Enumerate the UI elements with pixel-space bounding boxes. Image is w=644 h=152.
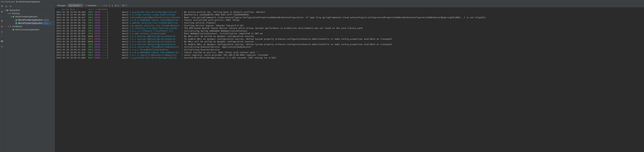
- drop-frame-icon[interactable]: [114, 5, 117, 7]
- log-line: 2021-01-29 16:05:30.847 INFO 18391 --- […: [56, 30, 643, 32]
- spring-boot-icon: [15, 19, 17, 21]
- svg-point-11: [2, 46, 2, 47]
- tree-group-configured[interactable]: ▼ Configured: [7, 25, 55, 28]
- chevron-down-icon: ▼: [4, 10, 6, 11]
- tree-label: MicroProviderApplication: [18, 22, 43, 24]
- svg-rect-4: [2, 20, 2, 22]
- log-line: 2021-01-29 16:05:30.847 INFO 18391 --- […: [56, 32, 643, 35]
- chevron-down-icon: ▼: [8, 26, 10, 27]
- log-line: 2021-01-29 16:05:30.928 WARN 18391 --- […: [56, 35, 643, 38]
- console-output[interactable]: :: Spring Boot :: (v2.1.3.RELEASE)2021-0…: [55, 8, 644, 152]
- breakpoint-icon[interactable]: [1, 25, 3, 28]
- run-dashboard-label: Run Dashboard:: [1, 1, 15, 3]
- log-line: 2021-01-29 16:05:30.417 INFO 18391 --- […: [56, 16, 643, 19]
- rerun-icon[interactable]: [1, 5, 3, 8]
- svg-line-17: [2, 47, 2, 47]
- tree-label: Running: [12, 12, 20, 15]
- chevron-right-icon: →*: [97, 5, 99, 6]
- log-line: 2021-01-29 16:05:30.944 WARN 18391 --- […: [56, 40, 643, 43]
- tab-label: Endpoints: [88, 4, 96, 7]
- svg-rect-34: [122, 5, 124, 6]
- log-line: 2021-01-29 16:05:29.844 INFO 18391 --- […: [56, 11, 643, 14]
- svg-rect-2: [1, 11, 2, 13]
- svg-rect-9: [2, 40, 2, 41]
- log-line: 2021-01-29 16:05:31.846 INFO 18391 --- […: [56, 57, 643, 59]
- log-line: 2021-01-29 16:05:30.389 INFO 18391 --- […: [56, 14, 643, 16]
- chevron-down-icon: ▼: [10, 16, 12, 18]
- log-line: 2021-01-29 16:05:30.734 INFO 18391 --- […: [56, 22, 643, 24]
- svg-rect-1: [2, 5, 3, 7]
- settings-icon[interactable]: [1, 45, 3, 48]
- tree-label: Configured: [12, 25, 22, 28]
- console-toolbar: Debugger Console ▾ Endpoints →*: [55, 4, 644, 8]
- tree-run-config[interactable]: MicroProviderApplication :9001/✎: [14, 22, 55, 25]
- tree-run-config[interactable]: MicroProviderApplication :9003/: [14, 18, 55, 22]
- tree-label: MicroProviderApplication: [18, 19, 43, 21]
- svg-point-10: [2, 41, 2, 42]
- console-icon: [70, 5, 72, 7]
- log-line: 2021-01-29 16:05:30.734 INFO 18391 --- […: [56, 24, 643, 27]
- endpoints-icon: [85, 5, 87, 7]
- svg-line-16: [1, 46, 2, 46]
- chevron-down-icon: ▼: [8, 13, 10, 15]
- tree-label: MicroProviderApplication: [15, 16, 38, 18]
- gutter-toolbar: [0, 4, 4, 152]
- log-line: 2021-01-29 16:05:30.740 INFO 18391 --- […: [56, 27, 643, 30]
- spring-boot-icon: [12, 29, 14, 31]
- svg-rect-32: [116, 5, 116, 6]
- tab-endpoints[interactable]: Endpoints →*: [83, 4, 101, 7]
- tree-app-parent[interactable]: ▼ MicroProviderApplication: [10, 15, 55, 18]
- mute-breakpoints-icon[interactable]: [1, 31, 3, 33]
- log-line: 2021-01-29 16:05:30.713 INFO 18391 --- […: [56, 19, 643, 22]
- camera-icon[interactable]: [1, 40, 3, 43]
- run-to-cursor-icon[interactable]: [118, 4, 120, 7]
- svg-line-18: [1, 47, 2, 47]
- tab-debugger[interactable]: Debugger: [56, 4, 68, 7]
- breadcrumb: Run Dashboard: MicroProviderApplication: [0, 0, 644, 4]
- tab-console[interactable]: Console ▾: [68, 4, 83, 7]
- run-dashboard-tree: ▼ Spring Boot ▼ Running: [4, 4, 55, 152]
- breadcrumb-current: MicroProviderApplication: [18, 1, 40, 3]
- spring-boot-icon: [12, 16, 14, 18]
- log-line: 2021-01-29 16:05:31.551 INFO 18391 --- […: [56, 51, 643, 54]
- svg-rect-25: [70, 5, 72, 6]
- wrench-icon: [10, 26, 11, 27]
- tree-toolbar: [4, 5, 55, 9]
- step-out-icon[interactable]: [112, 4, 114, 7]
- tab-label: Debugger: [57, 4, 66, 7]
- log-line: 2021-01-29 16:05:31.340 INFO 18391 --- […: [56, 48, 643, 51]
- tree-label: MicroConsumerApplication: [15, 29, 39, 31]
- svg-rect-3: [1, 20, 2, 22]
- collapse-all-icon[interactable]: [5, 5, 8, 8]
- console-panel: Debugger Console ▾ Endpoints →* ::: [55, 4, 644, 152]
- log-line: 2021-01-29 16:05:30.929 INFO 18391 --- […: [56, 38, 643, 41]
- pencil-icon: ✎: [50, 22, 51, 24]
- force-step-into-icon[interactable]: [109, 4, 111, 7]
- spring-boot-icon: [15, 22, 17, 24]
- pause-icon[interactable]: [1, 20, 3, 22]
- log-line: 2021-01-29 16:05:31.113 INFO 18391 --- […: [56, 46, 643, 48]
- port-link[interactable]: :9003/: [43, 19, 49, 21]
- spring-boot-icon: [16, 1, 18, 3]
- tab-label: Console: [72, 4, 80, 7]
- tree-root-spring-boot[interactable]: ▼ Spring Boot: [4, 9, 55, 12]
- tree-group-running[interactable]: ▼ Running: [7, 12, 55, 15]
- log-line: 2021-01-29 16:05:30.944 INFO 18391 --- […: [56, 43, 643, 46]
- play-icon: [10, 13, 11, 15]
- svg-line-19: [2, 46, 2, 46]
- tree-label: Spring Boot: [10, 9, 20, 11]
- trace-icon[interactable]: [125, 5, 128, 7]
- step-over-icon[interactable]: [103, 5, 106, 7]
- port-link[interactable]: :9001/: [43, 22, 49, 24]
- spring-boot-icon: [6, 9, 8, 11]
- log-line: 2021-01-29 16:05:31.842 INFO 18391 --- […: [56, 54, 643, 57]
- stop-icon[interactable]: [1, 10, 3, 13]
- tree-run-config[interactable]: MicroConsumerApplication: [12, 28, 55, 31]
- filter-icon[interactable]: [9, 5, 12, 8]
- chevron-down-icon: ▾: [80, 5, 81, 6]
- svg-point-5: [1, 26, 2, 27]
- evaluate-icon[interactable]: [122, 5, 125, 7]
- step-into-icon[interactable]: [106, 4, 108, 7]
